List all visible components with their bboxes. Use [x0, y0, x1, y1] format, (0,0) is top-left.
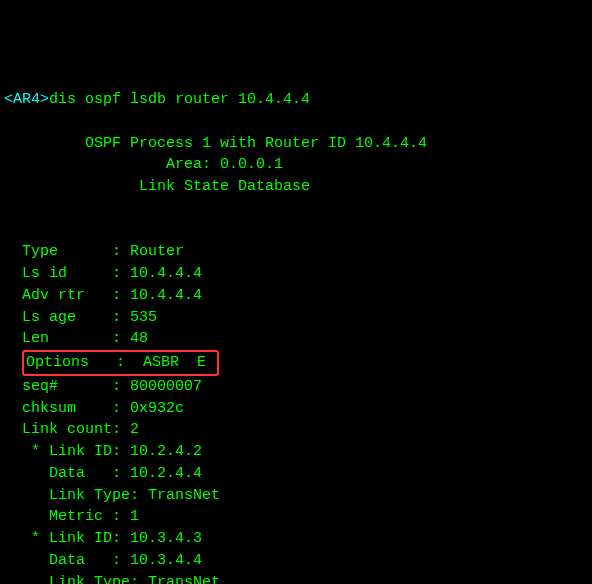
- len-val: 48: [130, 330, 148, 347]
- indent: [4, 487, 49, 504]
- indent: [4, 330, 22, 347]
- indent: [4, 574, 49, 585]
- options-highlight: Options : ASBR E: [22, 350, 219, 376]
- indent: [4, 421, 22, 438]
- link1-id-val: 10.2.4.2: [130, 443, 202, 460]
- indent: [4, 552, 49, 569]
- advrtr-val: 10.4.4.4: [130, 287, 202, 304]
- type-key: Type: [22, 243, 112, 260]
- link2-id-key: * Link ID:: [31, 530, 130, 547]
- indent: [4, 530, 31, 547]
- prompt-close: >: [40, 91, 49, 108]
- indent: [4, 265, 22, 282]
- lsid-val: 10.4.4.4: [130, 265, 202, 282]
- indent: [4, 465, 49, 482]
- chksum-key: chksum: [22, 400, 112, 417]
- terminal-output: <AR4>dis ospf lsdb router 10.4.4.4 OSPF …: [4, 89, 588, 584]
- type-val: Router: [130, 243, 184, 260]
- link2-data-key: Data :: [49, 552, 130, 569]
- sep: :: [112, 400, 130, 417]
- indent: [4, 400, 22, 417]
- command-text: dis ospf lsdb router 10.4.4.4: [49, 91, 310, 108]
- link1-data-key: Data :: [49, 465, 130, 482]
- indent: [4, 378, 22, 395]
- sep: :: [112, 330, 130, 347]
- prompt-hostname: AR4: [13, 91, 40, 108]
- linkcount-val: 2: [130, 421, 139, 438]
- sep: :: [112, 378, 130, 395]
- indent: [4, 443, 31, 460]
- indent: [4, 287, 22, 304]
- indent: [4, 508, 49, 525]
- advrtr-key: Adv rtr: [22, 287, 112, 304]
- link1-metric-val: 1: [130, 508, 139, 525]
- link1-data-val: 10.2.4.4: [130, 465, 202, 482]
- sep: :: [112, 309, 130, 326]
- sep: :: [112, 243, 130, 260]
- sep: :: [116, 354, 125, 371]
- len-key: Len: [22, 330, 112, 347]
- options-key: Options: [26, 354, 116, 371]
- link1-metric-key: Metric :: [49, 508, 130, 525]
- link1-type-key: Link Type:: [49, 487, 148, 504]
- indent: [4, 354, 22, 371]
- link1-type-val: TransNet: [148, 487, 220, 504]
- linkcount-key: Link count: [22, 421, 112, 438]
- lsage-key: Ls age: [22, 309, 112, 326]
- indent: [4, 243, 22, 260]
- seq-key: seq#: [22, 378, 112, 395]
- sep: :: [112, 421, 130, 438]
- header-lsdb: Link State Database: [4, 178, 310, 195]
- prompt-open: <: [4, 91, 13, 108]
- lsage-val: 535: [130, 309, 157, 326]
- link2-id-val: 10.3.4.3: [130, 530, 202, 547]
- link1-id-key: * Link ID:: [31, 443, 130, 460]
- link2-type-key: Link Type:: [49, 574, 148, 585]
- lsid-key: Ls id: [22, 265, 112, 282]
- seq-val: 80000007: [130, 378, 202, 395]
- chksum-val: 0x932c: [130, 400, 184, 417]
- options-val: ASBR E: [125, 354, 215, 371]
- indent: [4, 309, 22, 326]
- link2-data-val: 10.3.4.4: [130, 552, 202, 569]
- header-process: OSPF Process 1 with Router ID 10.4.4.4: [4, 135, 427, 152]
- sep: :: [112, 265, 130, 282]
- header-area: Area: 0.0.0.1: [4, 156, 283, 173]
- sep: :: [112, 287, 130, 304]
- link2-type-val: TransNet: [148, 574, 220, 585]
